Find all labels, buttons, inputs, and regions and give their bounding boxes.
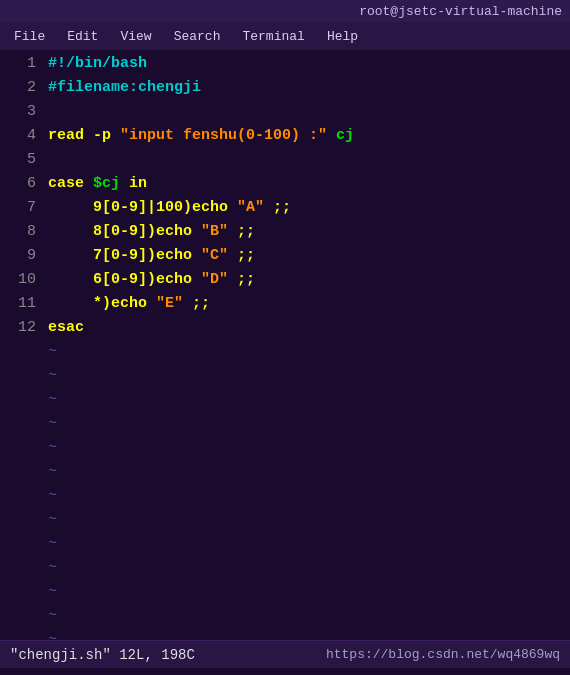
tilde-line: ~ (0, 484, 570, 508)
menu-terminal[interactable]: Terminal (232, 27, 314, 46)
table-row: 6 case $cj in (0, 172, 570, 196)
tilde-line: ~ (0, 412, 570, 436)
table-row: 2 #filename:chengji (0, 76, 570, 100)
menu-bar: File Edit View Search Terminal Help (0, 22, 570, 50)
title-bar: root@jsetc-virtual-machine (0, 0, 570, 22)
status-url: https://blog.csdn.net/wq4869wq (326, 647, 560, 662)
tilde-line: ~ (0, 628, 570, 640)
tilde-line: ~ (0, 460, 570, 484)
tilde-line: ~ (0, 508, 570, 532)
menu-view[interactable]: View (110, 27, 161, 46)
table-row: 10 6[0-9])echo "D" ;; (0, 268, 570, 292)
table-row: 1 #!/bin/bash (0, 52, 570, 76)
table-row: 11 *)echo "E" ;; (0, 292, 570, 316)
menu-help[interactable]: Help (317, 27, 368, 46)
table-row: 4 read -p "input fenshu(0-100) :" cj (0, 124, 570, 148)
tilde-line: ~ (0, 436, 570, 460)
tilde-line: ~ (0, 532, 570, 556)
tilde-line: ~ (0, 556, 570, 580)
menu-search[interactable]: Search (164, 27, 231, 46)
tilde-line: ~ (0, 340, 570, 364)
tilde-line: ~ (0, 364, 570, 388)
editor[interactable]: 1 #!/bin/bash 2 #filename:chengji 3 4 re… (0, 50, 570, 640)
table-row: 12 esac (0, 316, 570, 340)
table-row: 9 7[0-9])echo "C" ;; (0, 244, 570, 268)
menu-file[interactable]: File (4, 27, 55, 46)
status-file-info: "chengji.sh" 12L, 198C (10, 647, 195, 663)
table-row: 8 8[0-9])echo "B" ;; (0, 220, 570, 244)
status-bar: "chengji.sh" 12L, 198C https://blog.csdn… (0, 640, 570, 668)
tilde-line: ~ (0, 604, 570, 628)
tilde-line: ~ (0, 388, 570, 412)
tilde-line: ~ (0, 580, 570, 604)
table-row: 7 9[0-9]|100)echo "A" ;; (0, 196, 570, 220)
table-row: 3 (0, 100, 570, 124)
table-row: 5 (0, 148, 570, 172)
title-text: root@jsetc-virtual-machine (359, 4, 562, 19)
menu-edit[interactable]: Edit (57, 27, 108, 46)
